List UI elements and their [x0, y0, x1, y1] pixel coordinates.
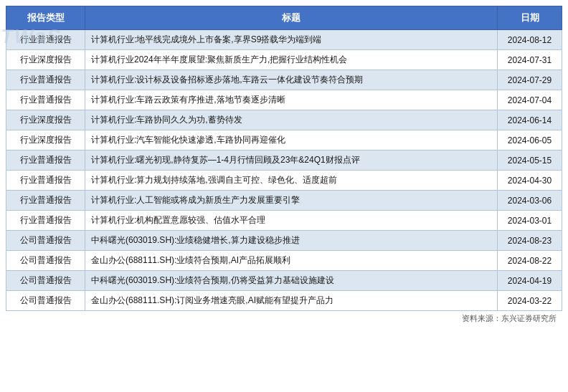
cell-date: 2024-04-19 [498, 271, 562, 291]
table-row: 行业普通报告计算机行业:机构配置意愿较强、估值水平合理2024-03-01 [6, 211, 562, 231]
cell-date: 2024-03-22 [498, 291, 562, 311]
cell-date: 2024-04-30 [498, 171, 562, 191]
cell-type: 公司普通报告 [6, 251, 85, 271]
table-row: 行业深度报告计算机行业:汽车智能化快速渗透,车路协同再迎催化2024-06-05 [6, 130, 562, 150]
cell-type: 公司普通报告 [6, 231, 85, 251]
cell-title: 金山办公(688111.SH):业绩符合预期,AI产品拓展顺利 [85, 251, 498, 271]
cell-date: 2024-05-15 [498, 150, 562, 171]
cell-date: 2024-06-05 [498, 130, 562, 150]
cell-title: 计算机行业:地平线完成境外上市备案,享界S9搭载华为端到端 [85, 30, 498, 50]
cell-date: 2024-07-29 [498, 70, 562, 90]
cell-title: 计算机行业2024年半年度展望:聚焦新质生产力,把握行业结构性机会 [85, 50, 498, 70]
cell-type: 行业普通报告 [6, 90, 85, 110]
cell-date: 2024-07-04 [498, 90, 562, 110]
report-table: 报告类型 标题 日期 行业普通报告计算机行业:地平线完成境外上市备案,享界S9搭… [6, 6, 562, 311]
cell-title: 金山办公(688111.SH):订阅业务增速亮眼,AI赋能有望提升产品力 [85, 291, 498, 311]
cell-type: 行业普通报告 [6, 70, 85, 90]
cell-type: 公司普通报告 [6, 271, 85, 291]
cell-title: 中科曙光(603019.SH):业绩符合预期,仍将受益算力基础设施建设 [85, 271, 498, 291]
table-row: 行业普通报告计算机行业:地平线完成境外上市备案,享界S9搭载华为端到端2024-… [6, 30, 562, 50]
cell-title: 计算机行业:机构配置意愿较强、估值水平合理 [85, 211, 498, 231]
cell-type: 行业普通报告 [6, 211, 85, 231]
cell-date: 2024-03-06 [498, 191, 562, 211]
table-row: 行业普通报告计算机行业:人工智能或将成为新质生产力发展重要引擎2024-03-0… [6, 191, 562, 211]
cell-type: 行业普通报告 [6, 171, 85, 191]
table-row: 行业普通报告计算机行业:车路云政策有序推进,落地节奏逐步清晰2024-07-04 [6, 90, 562, 110]
cell-type: 行业深度报告 [6, 50, 85, 70]
table-row: 行业深度报告计算机行业:车路协同久久为功,蓄势待发2024-06-14 [6, 110, 562, 130]
header-date: 日期 [498, 6, 562, 30]
table-row: 公司普通报告金山办公(688111.SH):订阅业务增速亮眼,AI赋能有望提升产… [6, 291, 562, 311]
cell-type: 行业深度报告 [6, 110, 85, 130]
cell-date: 2024-03-01 [498, 211, 562, 231]
table-row: 公司普通报告中科曙光(603019.SH):业绩符合预期,仍将受益算力基础设施建… [6, 271, 562, 291]
table-body: 行业普通报告计算机行业:地平线完成境外上市备案,享界S9搭载华为端到端2024-… [6, 30, 562, 311]
table-header-row: 报告类型 标题 日期 [6, 6, 562, 30]
cell-type: 行业普通报告 [6, 150, 85, 171]
cell-title: 计算机行业:设计标及设备招标逐步落地,车路云一体化建设节奏符合预期 [85, 70, 498, 90]
cell-type: 行业普通报告 [6, 191, 85, 211]
cell-date: 2024-07-31 [498, 50, 562, 70]
table-row: 公司普通报告金山办公(688111.SH):业绩符合预期,AI产品拓展顺利202… [6, 251, 562, 271]
cell-title: 计算机行业:车路协同久久为功,蓄势待发 [85, 110, 498, 130]
table-row: 公司普通报告中科曙光(603019.SH):业绩稳健增长,算力建设稳步推进202… [6, 231, 562, 251]
cell-date: 2024-08-23 [498, 231, 562, 251]
source-citation: 资料来源：东兴证券研究所 [6, 311, 562, 324]
table-row: 行业普通报告计算机行业:算力规划持续落地,强调自主可控、绿色化、适度超前2024… [6, 171, 562, 191]
cell-title: 中科曙光(603019.SH):业绩稳健增长,算力建设稳步推进 [85, 231, 498, 251]
cell-date: 2024-06-14 [498, 110, 562, 130]
table-row: 行业普通报告计算机行业:设计标及设备招标逐步落地,车路云一体化建设节奏符合预期2… [6, 70, 562, 90]
cell-type: 公司普通报告 [6, 291, 85, 311]
report-table-container: 报告类型 标题 日期 行业普通报告计算机行业:地平线完成境外上市备案,享界S9搭… [0, 0, 568, 327]
table-row: 行业深度报告计算机行业2024年半年度展望:聚焦新质生产力,把握行业结构性机会2… [6, 50, 562, 70]
table-row: 行业普通报告计算机行业:曙光初现,静待复苏—1-4月行情回顾及23年&24Q1财… [6, 150, 562, 171]
cell-title: 计算机行业:汽车智能化快速渗透,车路协同再迎催化 [85, 130, 498, 150]
cell-title: 计算机行业:算力规划持续落地,强调自主可控、绿色化、适度超前 [85, 171, 498, 191]
cell-date: 2024-08-12 [498, 30, 562, 50]
cell-type: 行业普通报告 [6, 30, 85, 50]
cell-title: 计算机行业:曙光初现,静待复苏—1-4月行情回顾及23年&24Q1财报点评 [85, 150, 498, 171]
cell-title: 计算机行业:车路云政策有序推进,落地节奏逐步清晰 [85, 90, 498, 110]
header-title: 标题 [85, 6, 498, 30]
cell-title: 计算机行业:人工智能或将成为新质生产力发展重要引擎 [85, 191, 498, 211]
cell-type: 行业深度报告 [6, 130, 85, 150]
cell-date: 2024-08-22 [498, 251, 562, 271]
header-type: 报告类型 [6, 6, 85, 30]
